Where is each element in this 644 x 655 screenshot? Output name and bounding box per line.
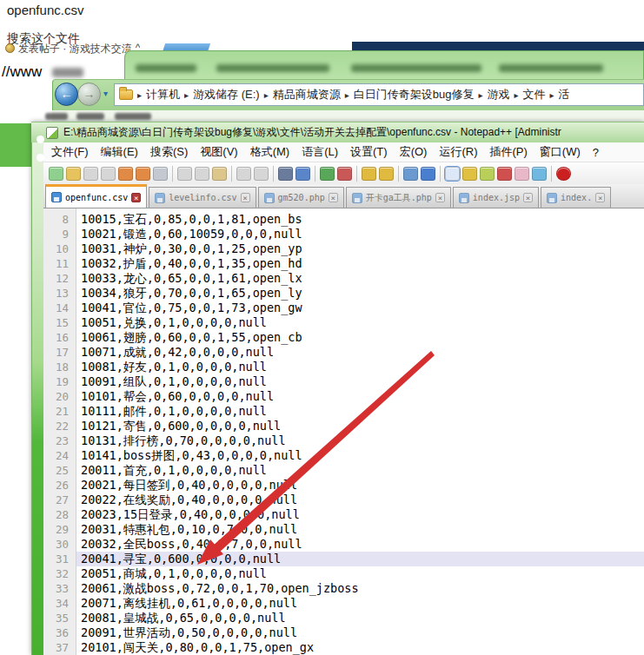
tab-close-icon[interactable]: ×	[329, 193, 338, 202]
back-button[interactable]: ←	[55, 83, 78, 106]
close-icon[interactable]	[118, 167, 133, 181]
line-number: 15	[43, 315, 76, 330]
menu-item[interactable]: 语言(L)	[295, 142, 344, 162]
editor-line[interactable]: 2720022,在线奖励,0,40,0,0,0,0,null	[43, 493, 644, 507]
editor-line[interactable]: 910021,锻造,0,60,10059,0,0,0,null	[43, 227, 644, 241]
editor-line[interactable]: 2210121,寄售,0,600,0,0,0,0,null	[43, 419, 644, 433]
menu-item[interactable]: 视图(V)	[194, 142, 243, 162]
menu-item[interactable]: 宏(O)	[394, 142, 434, 162]
redo-icon[interactable]	[254, 167, 269, 181]
editor-line[interactable]: 3420071,离线挂机,0,61,0,0,0,0,null	[43, 596, 644, 611]
tab-index-jsp[interactable]: index.jsp×	[453, 187, 539, 208]
paste-icon[interactable]	[212, 167, 227, 181]
breadcrumb-item[interactable]: 游戏储存 (E:)	[193, 87, 260, 103]
history-dropdown-icon[interactable]: ▾	[103, 89, 108, 98]
editor-line[interactable]: 1410041,官位,0,75,0,0,1,73,open_gw	[43, 301, 644, 315]
close-all-icon[interactable]	[136, 167, 150, 181]
menu-item[interactable]: 编辑(E)	[95, 142, 144, 162]
toolbar-separator	[398, 166, 399, 182]
breadcrumb-item[interactable]: 精品商城资源	[273, 87, 341, 103]
editor-line[interactable]: 2410141,boss拼图,0,43,0,0,0,0,null	[43, 448, 644, 463]
menu-item[interactable]: 运行(R)	[433, 142, 483, 162]
editor-line[interactable]: 1310034,狼牙,0,70,0,0,1,65,open_ly	[43, 286, 644, 301]
tab-close-icon[interactable]: ×	[131, 193, 141, 202]
window-titlebar[interactable]: E:\精品商城资源\白日门传奇架设bug修复\游戏\文件\活动开关去掉配置\op…	[31, 122, 644, 142]
find-icon[interactable]	[278, 167, 293, 181]
editor-line[interactable]: 1010031,神炉,0,30,0,0,1,25,open_yp	[43, 241, 644, 256]
show-all-chars-icon[interactable]	[421, 167, 435, 181]
tab-levelinfo-csv[interactable]: levelinfo.csv×	[149, 187, 256, 208]
breadcrumb-item[interactable]: 游戏	[487, 87, 509, 103]
tab-index-[interactable]: index.×	[541, 187, 611, 208]
breadcrumb-item[interactable]: 文件	[522, 87, 545, 103]
breadcrumb-item[interactable]: 活	[558, 87, 569, 103]
editor-line[interactable]: 3620091,世界活动,0,50,0,0,0,0,null	[43, 625, 644, 640]
forum-link[interactable]: 发表帖子 · 游戏技术交流	[18, 42, 132, 54]
copy-icon[interactable]	[195, 167, 209, 181]
menu-item[interactable]: 设置(T)	[344, 142, 394, 162]
menu-item[interactable]: ?	[587, 144, 605, 161]
editor-line[interactable]: 3720101,闯天关,0,80,0,0,1,75,open_gx	[43, 640, 644, 655]
file-save-icon	[352, 193, 362, 203]
editor-line[interactable]: 2520011,首充,0,1,0,0,0,0,null	[43, 463, 644, 478]
editor-line[interactable]: 3020032,全民boss,0,40,0,7,0,0,null	[43, 537, 644, 552]
tab-close-icon[interactable]: ×	[595, 193, 605, 202]
new-file-icon[interactable]	[49, 167, 63, 181]
menu-item[interactable]: 文件(F)	[45, 142, 95, 162]
function-list-icon[interactable]	[462, 167, 477, 181]
editor-line[interactable]: 2920031,特惠礼包,0,10,0,7,0,0,null	[43, 522, 644, 537]
editor-area[interactable]: 810015,宝石,0,85,0,0,1,81,open_bs910021,锻造…	[43, 208, 644, 655]
record-macro-icon[interactable]	[556, 167, 571, 181]
forward-button[interactable]: →	[77, 83, 101, 106]
tab-close-icon[interactable]: ×	[523, 193, 533, 202]
tab-openfunc-csv[interactable]: openfunc.csv×	[45, 184, 147, 208]
editor-line[interactable]: 1510051,兑换,0,1,0,0,0,0,null	[43, 315, 644, 330]
print-icon[interactable]	[153, 167, 168, 181]
cut-icon[interactable]	[177, 167, 192, 181]
editor-line[interactable]: 810015,宝石,0,85,0,0,1,81,open_bs	[43, 212, 644, 227]
monitoring-icon[interactable]	[497, 167, 512, 181]
word-wrap-icon[interactable]	[403, 167, 418, 181]
menu-item[interactable]: 插件(P)	[483, 142, 533, 162]
editor-line[interactable]: 2010101,帮会,0,60,0,0,0,0,null	[43, 389, 644, 404]
replace-icon[interactable]	[295, 167, 310, 181]
editor-line[interactable]: 3320061,激战boss,0,72,0,0,1,70,open_jzboss	[43, 581, 644, 596]
undo-icon[interactable]	[236, 167, 251, 181]
save-all-icon[interactable]	[101, 167, 116, 181]
preview-icon[interactable]	[532, 167, 547, 181]
editor-line-highlighted[interactable]: 3120041,寻宝,0,600,0,0,0,0,null	[43, 552, 644, 566]
save-icon[interactable]	[83, 167, 98, 181]
tab--ga-php[interactable]: 开卡ga工具.php×	[346, 187, 451, 208]
breadcrumb-item[interactable]: 计算机	[146, 87, 180, 103]
forward-icon: →	[83, 87, 96, 101]
editor-line[interactable]: 1210033,龙心,0,65,0,0,1,61,open_lx	[43, 271, 644, 286]
zoom-out-icon[interactable]	[337, 167, 352, 181]
tab-gm520-php[interactable]: gm520.php×	[258, 187, 344, 208]
editor-line[interactable]: 2620021,每日签到,0,40,0,0,0,0,null	[43, 478, 644, 493]
document-map-icon[interactable]	[445, 167, 460, 181]
menu-item[interactable]: 格式(M)	[244, 142, 296, 162]
open-folder-icon[interactable]	[66, 167, 81, 181]
editor-line[interactable]: 3220051,商城,0,1,0,0,0,0,null	[43, 566, 644, 581]
editor-line[interactable]: 1610061,翅膀,0,60,0,0,1,55,open_cb	[43, 330, 644, 345]
breadcrumb[interactable]: ▸计算机▸游戏储存 (E:)▸精品商城资源▸白日门传奇架设bug修复▸游戏▸文件…	[114, 83, 644, 106]
doc-switcher-icon[interactable]	[515, 167, 529, 181]
editor-line[interactable]: 1110032,护盾,0,40,0,0,1,35,open_hd	[43, 256, 644, 271]
sync-horizontal-icon[interactable]	[379, 167, 394, 181]
editor-line[interactable]: 2820023,15日登录,0,40,0,0,0,0,null	[43, 507, 644, 522]
menu-item[interactable]: 窗口(W)	[534, 142, 587, 162]
sync-vertical-icon[interactable]	[362, 167, 376, 181]
editor-line[interactable]: 2110111,邮件,0,1,0,0,0,0,null	[43, 404, 644, 419]
tab-close-icon[interactable]: ×	[435, 193, 445, 202]
toolbar-group	[359, 167, 396, 181]
breadcrumb-item[interactable]: 白日门传奇架设bug修复	[354, 87, 475, 103]
editor-line[interactable]: 1810081,好友,0,1,0,0,0,0,null	[43, 360, 644, 374]
folder-workspace-icon[interactable]	[480, 167, 495, 181]
editor-line[interactable]: 2310131,排行榜,0,70,0,0,0,0,null	[43, 433, 644, 448]
zoom-in-icon[interactable]	[320, 167, 335, 181]
editor-line[interactable]: 1910091,组队,0,1,0,0,0,0,null	[43, 374, 644, 389]
editor-line[interactable]: 3520081,皇城战,0,65,0,0,0,0,null	[43, 611, 644, 625]
menu-item[interactable]: 搜索(S)	[144, 142, 194, 162]
editor-line[interactable]: 1710071,成就,0,42,0,0,0,0,null	[43, 345, 644, 360]
tab-close-icon[interactable]: ×	[241, 193, 250, 202]
